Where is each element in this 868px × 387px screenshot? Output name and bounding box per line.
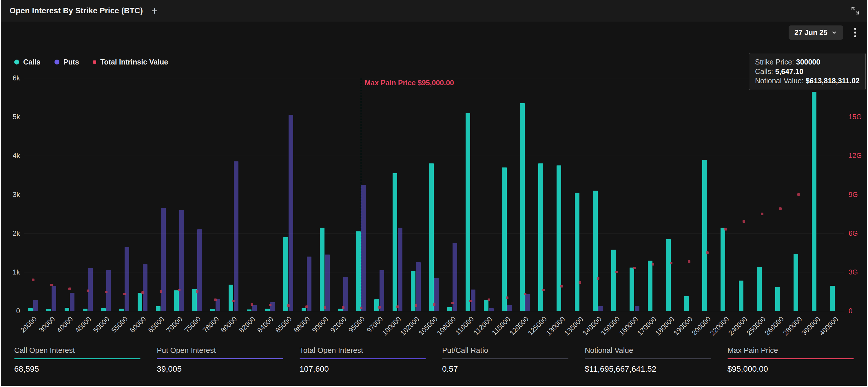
call-bar[interactable] [393, 173, 397, 311]
intrinsic-value-point[interactable] [305, 306, 308, 308]
put-bar[interactable] [635, 306, 640, 311]
call-bar[interactable] [228, 285, 233, 311]
call-bar[interactable] [575, 192, 580, 311]
intrinsic-value-point[interactable] [378, 306, 381, 309]
call-bar[interactable] [83, 309, 88, 311]
put-bar[interactable] [161, 208, 166, 311]
call-bar[interactable] [611, 250, 616, 311]
call-bar[interactable] [283, 237, 288, 311]
put-bar[interactable] [361, 185, 366, 311]
call-bar[interactable] [210, 309, 215, 311]
put-bar[interactable] [434, 278, 439, 311]
intrinsic-value-point[interactable] [615, 271, 618, 273]
call-bar[interactable] [356, 232, 361, 311]
call-bar[interactable] [46, 309, 51, 311]
put-bar[interactable] [179, 210, 184, 311]
intrinsic-value-point[interactable] [469, 300, 472, 302]
intrinsic-value-point[interactable] [779, 207, 782, 210]
call-bar[interactable] [830, 286, 835, 311]
call-bar[interactable] [739, 281, 743, 311]
fullscreen-icon[interactable] [851, 6, 860, 15]
intrinsic-value-point[interactable] [688, 260, 690, 263]
intrinsic-value-point[interactable] [506, 296, 508, 299]
intrinsic-value-point[interactable] [652, 263, 654, 266]
call-bar[interactable] [247, 310, 251, 311]
put-bar[interactable] [379, 270, 384, 311]
call-bar[interactable] [775, 287, 780, 311]
put-bar[interactable] [70, 293, 74, 311]
add-tab-button[interactable]: + [152, 6, 158, 16]
put-bar[interactable] [234, 162, 239, 311]
intrinsic-value-point[interactable] [633, 267, 636, 269]
call-bar[interactable] [137, 293, 142, 311]
intrinsic-value-point[interactable] [142, 291, 144, 294]
intrinsic-value-point[interactable] [579, 281, 581, 284]
chart-plot-area[interactable]: 01k2k3k4k5k6k03G6G9G12G15G20000300004000… [24, 78, 844, 311]
put-bar[interactable] [453, 243, 457, 311]
put-bar[interactable] [325, 254, 330, 311]
intrinsic-value-point[interactable] [414, 304, 417, 307]
put-bar[interactable] [252, 305, 257, 311]
intrinsic-value-point[interactable] [488, 298, 490, 301]
call-bar[interactable] [812, 92, 816, 311]
intrinsic-value-point[interactable] [269, 304, 272, 306]
call-bar[interactable] [466, 113, 470, 311]
call-bar[interactable] [338, 309, 343, 311]
intrinsic-value-point[interactable] [287, 304, 290, 307]
intrinsic-value-point[interactable] [160, 290, 162, 293]
call-bar[interactable] [28, 308, 33, 311]
call-bar[interactable] [484, 300, 489, 311]
call-bar[interactable] [429, 164, 434, 311]
intrinsic-value-point[interactable] [670, 262, 673, 265]
put-bar[interactable] [525, 294, 530, 311]
put-bar[interactable] [288, 115, 293, 311]
call-bar[interactable] [629, 268, 634, 311]
put-bar[interactable] [343, 277, 348, 311]
intrinsic-value-point[interactable] [433, 303, 435, 306]
call-bar[interactable] [666, 239, 671, 311]
put-bar[interactable] [33, 300, 38, 311]
put-bar[interactable] [416, 262, 421, 311]
put-bar[interactable] [598, 306, 603, 311]
call-bar[interactable] [648, 260, 652, 311]
put-bar[interactable] [507, 305, 512, 311]
put-bar[interactable] [489, 308, 494, 311]
legend-item-puts[interactable]: Puts [55, 58, 79, 66]
intrinsic-value-point[interactable] [451, 302, 454, 304]
call-bar[interactable] [702, 160, 707, 311]
intrinsic-value-point[interactable] [68, 287, 71, 290]
legend-item-intrinsic[interactable]: Total Intrinsic Value [93, 58, 168, 66]
intrinsic-value-point[interactable] [105, 291, 107, 293]
call-bar[interactable] [265, 309, 270, 311]
call-bar[interactable] [502, 168, 507, 311]
intrinsic-value-point[interactable] [323, 306, 326, 309]
call-bar[interactable] [119, 309, 124, 311]
call-bar[interactable] [593, 190, 598, 311]
intrinsic-value-point[interactable] [196, 290, 198, 293]
call-bar[interactable] [557, 166, 561, 311]
put-bar[interactable] [52, 286, 56, 311]
intrinsic-value-point[interactable] [50, 284, 53, 286]
call-bar[interactable] [447, 307, 452, 311]
put-bar[interactable] [125, 247, 129, 311]
intrinsic-value-point[interactable] [342, 306, 344, 309]
call-bar[interactable] [374, 300, 379, 311]
call-bar[interactable] [174, 290, 179, 311]
call-bar[interactable] [794, 254, 798, 311]
call-bar[interactable] [101, 308, 106, 311]
intrinsic-value-point[interactable] [251, 303, 253, 306]
intrinsic-value-point[interactable] [797, 193, 800, 196]
intrinsic-value-point[interactable] [178, 289, 181, 291]
call-bar[interactable] [302, 308, 306, 311]
intrinsic-value-point[interactable] [542, 289, 545, 291]
intrinsic-value-point[interactable] [32, 279, 34, 281]
intrinsic-value-point[interactable] [214, 298, 217, 301]
put-bar[interactable] [398, 227, 402, 311]
call-bar[interactable] [320, 227, 324, 311]
call-bar[interactable] [720, 227, 725, 311]
intrinsic-value-point[interactable] [743, 220, 745, 223]
intrinsic-value-point[interactable] [706, 251, 709, 254]
intrinsic-value-point[interactable] [396, 306, 399, 308]
intrinsic-value-point[interactable] [524, 293, 526, 295]
legend-item-calls[interactable]: Calls [14, 58, 40, 66]
